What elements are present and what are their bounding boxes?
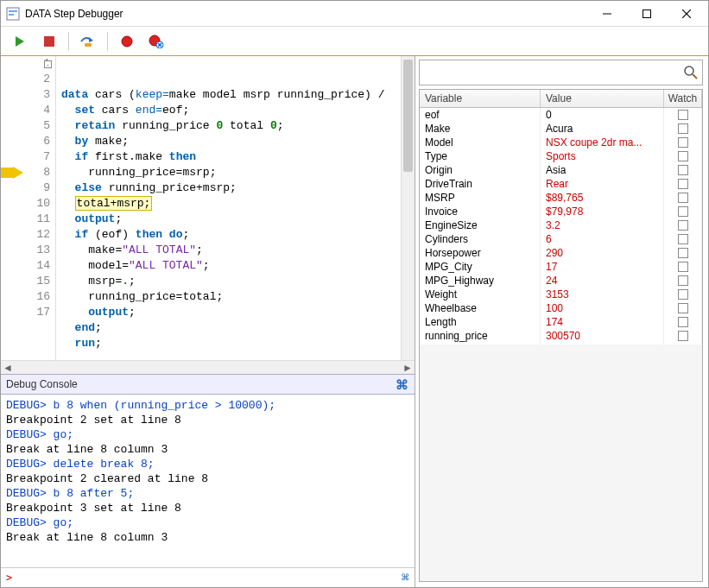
debug-console[interactable]: DEBUG> b 8 when (running_price > 10000);…: [1, 395, 415, 567]
gutter-line[interactable]: 16: [1, 289, 55, 305]
gutter-line[interactable]: 11: [1, 212, 55, 227]
variable-row[interactable]: Length174: [420, 315, 702, 329]
code-line[interactable]: model="ALL TOTAL";: [56, 258, 415, 274]
variable-row[interactable]: DriveTrainRear: [420, 177, 702, 191]
variable-row[interactable]: MSRP$89,765: [420, 191, 702, 205]
code-line[interactable]: running_price=msrp;: [56, 165, 415, 180]
gutter-line[interactable]: 14: [1, 258, 55, 274]
gutter-line[interactable]: 6: [1, 134, 55, 149]
code-line[interactable]: output;: [56, 212, 415, 227]
close-button[interactable]: [667, 1, 706, 27]
variable-row[interactable]: MPG_Highway24: [420, 274, 702, 288]
code-line[interactable]: run;: [56, 336, 415, 351]
watch-checkbox[interactable]: [678, 248, 688, 258]
code-line[interactable]: running_price=total;: [56, 289, 415, 305]
watch-checkbox[interactable]: [678, 234, 688, 244]
variable-search-input[interactable]: [423, 66, 683, 79]
code-line[interactable]: if first.make then: [56, 149, 415, 165]
vertical-scrollbar[interactable]: [401, 56, 415, 360]
gutter-line[interactable]: 12: [1, 227, 55, 243]
fold-toggle-icon[interactable]: -: [44, 60, 52, 68]
code-line[interactable]: total+msrp;: [56, 196, 415, 212]
watch-checkbox[interactable]: [678, 110, 688, 120]
toggle-breakpoint-button[interactable]: [118, 33, 136, 50]
run-button[interactable]: [11, 33, 28, 50]
variable-row[interactable]: running_price300570: [420, 329, 702, 343]
code-line[interactable]: data cars (keep=make model msrp running_…: [56, 87, 415, 103]
variable-row[interactable]: MPG_City17: [420, 260, 702, 274]
gutter-line[interactable]: 3: [1, 87, 55, 103]
titlebar: DATA Step Debugger: [1, 1, 708, 27]
gutter-line[interactable]: 2: [1, 72, 55, 87]
variable-row[interactable]: Model NSX coupe 2dr ma...: [420, 136, 702, 149]
gutter-line[interactable]: 13: [1, 243, 55, 258]
watch-checkbox[interactable]: [678, 220, 688, 231]
variable-row[interactable]: Cylinders6: [420, 232, 702, 246]
variable-row[interactable]: Weight3153: [420, 288, 702, 301]
maximize-button[interactable]: [627, 1, 667, 27]
code-line[interactable]: else running_price+msrp;: [56, 180, 415, 196]
variable-row[interactable]: OriginAsia: [420, 163, 702, 177]
watch-checkbox[interactable]: [678, 331, 688, 341]
minimize-button[interactable]: [587, 1, 627, 27]
variable-row[interactable]: Wheelbase100: [420, 301, 702, 315]
gutter-line[interactable]: 4: [1, 103, 55, 118]
code-line[interactable]: by make;: [56, 134, 415, 149]
code-line[interactable]: set cars end=eof;: [56, 103, 415, 118]
code-line[interactable]: retain running_price 0 total 0;: [56, 118, 415, 134]
gutter-line[interactable]: 17: [1, 305, 55, 320]
clear-breakpoint-button[interactable]: [148, 33, 165, 50]
variable-row[interactable]: eof0: [420, 108, 702, 122]
prompt: >: [6, 572, 12, 584]
variable-name: Wheelbase: [420, 301, 541, 315]
col-value[interactable]: Value: [541, 90, 664, 107]
col-watch[interactable]: Watch: [664, 90, 702, 107]
watch-checkbox[interactable]: [678, 179, 688, 189]
variable-row[interactable]: MakeAcura: [420, 122, 702, 136]
horizontal-scrollbar[interactable]: ◄ ►: [1, 360, 415, 374]
gutter-line[interactable]: 7: [1, 149, 55, 165]
watch-checkbox[interactable]: [678, 289, 688, 300]
gutter[interactable]: 1-234567891011121314151617: [1, 56, 56, 360]
col-variable[interactable]: Variable: [420, 90, 541, 107]
watch-checkbox[interactable]: [678, 137, 688, 148]
watch-checkbox[interactable]: [678, 317, 688, 327]
gutter-line[interactable]: 5: [1, 118, 55, 134]
command-keys-icon[interactable]: ⌘: [402, 570, 409, 585]
app-icon: [6, 7, 20, 21]
gutter-line[interactable]: 8: [1, 165, 55, 180]
variable-row[interactable]: TypeSports: [420, 149, 702, 163]
step-over-button[interactable]: [79, 33, 97, 50]
watch-checkbox[interactable]: [678, 206, 688, 217]
gutter-line[interactable]: 15: [1, 274, 55, 289]
variable-row[interactable]: Horsepower290: [420, 246, 702, 260]
code-line[interactable]: make="ALL TOTAL";: [56, 243, 415, 258]
scroll-right-icon[interactable]: ►: [401, 361, 415, 375]
gutter-line[interactable]: 10: [1, 196, 55, 212]
code-line[interactable]: output;: [56, 305, 415, 320]
variable-row[interactable]: EngineSize3.2: [420, 218, 702, 232]
watch-checkbox[interactable]: [678, 303, 688, 313]
variable-row[interactable]: Invoice$79,978: [420, 205, 702, 218]
watch-checkbox[interactable]: [678, 123, 688, 134]
command-input[interactable]: [16, 571, 402, 585]
watch-checkbox[interactable]: [678, 193, 688, 203]
variable-search: [419, 60, 703, 85]
code-line[interactable]: end;: [56, 320, 415, 336]
code-line[interactable]: msrp=.;: [56, 274, 415, 289]
code-area[interactable]: data cars (keep=make model msrp running_…: [56, 56, 415, 360]
gutter-line[interactable]: 9: [1, 180, 55, 196]
watch-cell: [664, 163, 702, 177]
watch-checkbox[interactable]: [678, 275, 688, 286]
watch-checkbox[interactable]: [678, 165, 688, 175]
search-icon[interactable]: [683, 65, 699, 80]
code-line[interactable]: if (eof) then do;: [56, 227, 415, 243]
gutter-line[interactable]: 1-: [1, 56, 55, 72]
stop-button[interactable]: [41, 33, 58, 50]
console-detach-icon[interactable]: ⌘: [396, 377, 409, 391]
scroll-left-icon[interactable]: ◄: [1, 361, 15, 375]
code-editor[interactable]: 1-234567891011121314151617 data cars (ke…: [1, 56, 415, 360]
watch-checkbox[interactable]: [678, 262, 688, 272]
variable-name: eof: [420, 108, 541, 122]
watch-checkbox[interactable]: [678, 151, 688, 161]
